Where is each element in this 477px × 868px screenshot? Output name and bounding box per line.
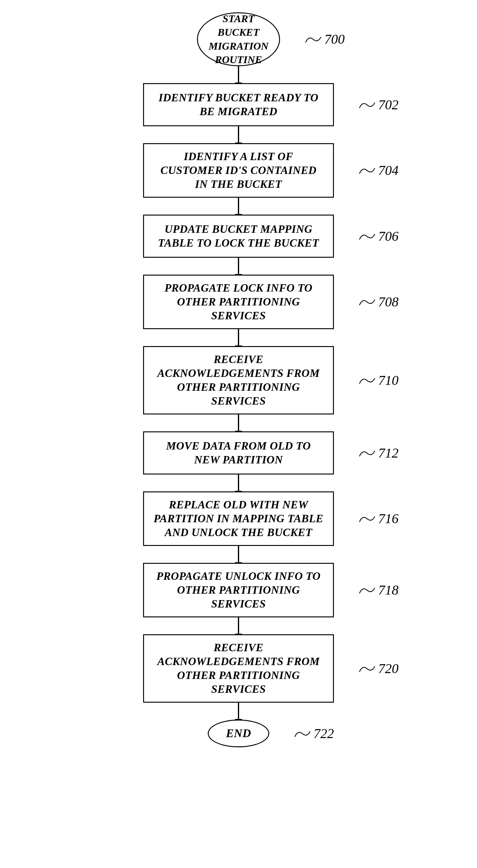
num-702-text: 702 (378, 97, 399, 113)
squiggle-icon (358, 99, 376, 110)
step-720: RECEIVE ACKNOWLEDGEMENTS FROM OTHER PART… (143, 634, 334, 703)
squiggle-icon (304, 34, 322, 45)
num-720-text: 720 (378, 661, 399, 677)
start-node: STARTBUCKET MIGRATIONROUTINE (197, 12, 280, 66)
num-718-text: 718 (378, 582, 399, 598)
arrow-connector (238, 258, 239, 275)
step-710-text: RECEIVE ACKNOWLEDGEMENTS FROM OTHER PART… (153, 352, 324, 408)
squiggle-icon (358, 297, 376, 307)
step-716-text: REPLACE OLD WITH NEW PARTITION IN MAPPIN… (153, 498, 324, 539)
step-708-row: PROPAGATE LOCK INFO TO OTHER PARTITIONIN… (143, 275, 334, 329)
squiggle-icon (293, 728, 312, 739)
num-706: 706 (358, 228, 399, 244)
end-num: 722 (314, 726, 334, 741)
num-702: 702 (358, 97, 399, 113)
step-706: UPDATE BUCKET MAPPING TABLE TO LOCK THE … (143, 215, 334, 258)
arrow-connector (238, 329, 239, 346)
squiggle-icon (358, 231, 376, 242)
squiggle-icon (358, 585, 376, 595)
arrow-connector (238, 414, 239, 431)
step-702: IDENTIFY BUCKET READY TO BE MIGRATED (143, 83, 334, 126)
step-718-row: PROPAGATE UNLOCK INFO TO OTHER PARTITION… (143, 563, 334, 617)
step-716-row: REPLACE OLD WITH NEW PARTITION IN MAPPIN… (143, 491, 334, 546)
step-704: IDENTIFY A LIST OF CUSTOMER ID'S CONTAIN… (143, 143, 334, 198)
num-704: 704 (358, 162, 399, 178)
step-712: MOVE DATA FROM OLD TO NEW PARTITION (143, 431, 334, 474)
end-node: END (208, 720, 269, 747)
start-num-label: 700 (304, 31, 345, 47)
num-718: 718 (358, 582, 399, 598)
step-716: REPLACE OLD WITH NEW PARTITION IN MAPPIN… (143, 491, 334, 546)
squiggle-icon (358, 165, 376, 176)
squiggle-icon (358, 513, 376, 524)
step-718-text: PROPAGATE UNLOCK INFO TO OTHER PARTITION… (153, 569, 324, 611)
step-720-row: RECEIVE ACKNOWLEDGEMENTS FROM OTHER PART… (143, 634, 334, 703)
step-712-row: MOVE DATA FROM OLD TO NEW PARTITION 712 (143, 431, 334, 474)
num-712-text: 712 (378, 445, 399, 461)
num-720: 720 (358, 661, 399, 677)
arrow-connector (238, 474, 239, 491)
squiggle-icon (358, 663, 376, 674)
start-node-row: STARTBUCKET MIGRATIONROUTINE 700 (197, 12, 280, 66)
step-718: PROPAGATE UNLOCK INFO TO OTHER PARTITION… (143, 563, 334, 617)
step-720-text: RECEIVE ACKNOWLEDGEMENTS FROM OTHER PART… (153, 641, 324, 696)
step-708-text: PROPAGATE LOCK INFO TO OTHER PARTITIONIN… (153, 281, 324, 323)
arrow-connector (238, 703, 239, 720)
arrow-connector (238, 66, 239, 83)
step-712-text: MOVE DATA FROM OLD TO NEW PARTITION (153, 439, 324, 467)
flowchart: STARTBUCKET MIGRATIONROUTINE 700 IDENTIF… (0, 0, 477, 766)
num-716: 716 (358, 511, 399, 527)
step-702-text: IDENTIFY BUCKET READY TO BE MIGRATED (153, 91, 324, 119)
num-712: 712 (358, 445, 399, 461)
num-710: 710 (358, 373, 399, 388)
end-label: END (226, 726, 251, 741)
step-704-row: IDENTIFY A LIST OF CUSTOMER ID'S CONTAIN… (143, 143, 334, 198)
num-708-text: 708 (378, 294, 399, 310)
num-706-text: 706 (378, 228, 399, 244)
arrow-connector (238, 126, 239, 143)
arrow-connector (238, 617, 239, 634)
squiggle-icon (358, 375, 376, 386)
step-706-text: UPDATE BUCKET MAPPING TABLE TO LOCK THE … (153, 222, 324, 250)
step-706-row: UPDATE BUCKET MAPPING TABLE TO LOCK THE … (143, 215, 334, 258)
num-704-text: 704 (378, 162, 399, 178)
num-708: 708 (358, 294, 399, 310)
num-710-text: 710 (378, 373, 399, 388)
num-716-text: 716 (378, 511, 399, 527)
step-710: RECEIVE ACKNOWLEDGEMENTS FROM OTHER PART… (143, 346, 334, 414)
arrow-connector (238, 546, 239, 563)
arrow-connector (238, 198, 239, 215)
start-num: 700 (324, 31, 345, 47)
end-node-row: END 722 (208, 720, 269, 747)
step-710-row: RECEIVE ACKNOWLEDGEMENTS FROM OTHER PART… (143, 346, 334, 414)
step-708: PROPAGATE LOCK INFO TO OTHER PARTITIONIN… (143, 275, 334, 329)
end-num-label: 722 (293, 726, 334, 741)
squiggle-icon (358, 448, 376, 459)
step-704-text: IDENTIFY A LIST OF CUSTOMER ID'S CONTAIN… (153, 150, 324, 191)
start-label: STARTBUCKET MIGRATIONROUTINE (198, 12, 279, 66)
step-702-row: IDENTIFY BUCKET READY TO BE MIGRATED 702 (143, 83, 334, 126)
